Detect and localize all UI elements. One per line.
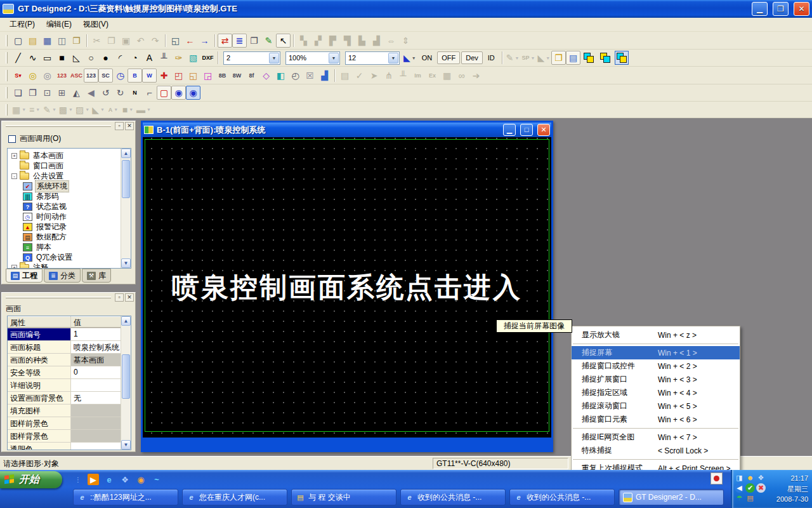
image-icon[interactable]: ▧ [186, 51, 200, 65]
panel-float-button[interactable]: ▫ [115, 293, 124, 302]
menu-capture-window[interactable]: 捕捉窗口或控件Win + < 2 > [572, 359, 740, 373]
select-cursor-icon[interactable]: ↖ [276, 34, 291, 48]
tree-scrollbar[interactable]: ▲ ▼ [121, 149, 131, 268]
ascii-input-icon[interactable]: SC [98, 69, 113, 83]
scroll-up-icon[interactable]: ▲ [121, 149, 131, 158]
property-row[interactable]: 设置画面背景色无 [8, 392, 121, 404]
tree-base-screens[interactable]: +基本画面 [10, 150, 131, 161]
panel-gripper[interactable] [6, 125, 111, 127]
property-row[interactable]: 画面标题喷泉控制系统 [8, 341, 121, 354]
property-row[interactable]: 详细说明 [8, 379, 121, 392]
alarm-flow-icon[interactable]: ◲ [200, 69, 215, 83]
panel-meter-icon[interactable]: ◴ [288, 69, 303, 83]
scroll-thumb[interactable] [122, 160, 130, 198]
library-list-icon[interactable]: ▤ [566, 51, 580, 65]
task-cqjobweb[interactable]: e您在重庆人才网(c... [182, 489, 287, 505]
task-kuku123[interactable]: e::酷酷123网址之... [73, 489, 178, 505]
editor-close-button[interactable]: ✕ [537, 124, 550, 136]
sector-icon[interactable]: ◔ [128, 51, 142, 65]
scroll-thumb[interactable] [122, 354, 130, 399]
chevron-down-icon[interactable]: ▼ [412, 56, 416, 60]
property-value[interactable] [71, 404, 121, 417]
property-value[interactable] [71, 443, 121, 450]
property-row[interactable]: 画面的种类基本画面 [8, 354, 121, 366]
polygon-icon[interactable]: ◺ [69, 51, 84, 65]
tree-comment[interactable]: +注释 [10, 262, 131, 269]
restore-button[interactable]: ❐ [773, 2, 789, 16]
graph-icon[interactable]: ☒ [303, 69, 317, 83]
menu-edit[interactable]: 编辑(E) [41, 18, 77, 31]
scroll-down-icon[interactable]: ▼ [121, 440, 131, 450]
capture-app-tray-icon[interactable] [710, 472, 723, 485]
comment-bit-icon[interactable]: B [128, 69, 142, 83]
snap-corner-icon[interactable]: ⌐ [142, 86, 157, 100]
previous-screen-icon[interactable]: ← [183, 34, 197, 48]
quicklaunch-antivirus-icon[interactable]: ◉ [135, 474, 147, 485]
toolbar-gripper[interactable] [6, 52, 8, 64]
property-row[interactable]: 填充图样 [8, 404, 121, 417]
tree-expander-icon[interactable]: - [11, 173, 17, 179]
rotate-left-icon[interactable]: ↺ [98, 86, 113, 100]
figure-pen-icon[interactable]: ✎ [261, 34, 276, 48]
task-public-msg-2[interactable]: e收到的公共消息 -... [509, 489, 615, 505]
property-value[interactable]: 无 [71, 392, 121, 404]
close-button[interactable]: ✕ [794, 2, 809, 16]
menu-capture-region[interactable]: 捕捉指定区域Win + < 4 > [572, 386, 740, 399]
both-layer-icon[interactable] [615, 51, 629, 65]
property-value[interactable] [71, 417, 121, 429]
tree-data-recipe[interactable]: ▤数据配方 [10, 232, 131, 242]
save-icon[interactable]: ▦ [40, 34, 55, 48]
data-view-icon[interactable]: ≣ [232, 34, 247, 48]
property-value[interactable]: 基本画面 [71, 354, 121, 366]
tray-collapse-icon[interactable]: ◀ [735, 483, 744, 493]
screen-call-checkbox[interactable] [8, 135, 16, 143]
next-screen-icon[interactable]: → [197, 34, 212, 48]
property-row[interactable]: 图样背景色 [8, 430, 121, 443]
screen-preview-icon[interactable]: ◱ [168, 34, 183, 48]
touch-key-icon[interactable]: ✚ [157, 69, 171, 83]
rotate-right-icon[interactable]: ↻ [113, 86, 128, 100]
layer-view-icon[interactable]: ❐ [247, 34, 261, 48]
line-width-combo[interactable]: 2▼ [223, 51, 280, 65]
scroll-up-icon[interactable]: ▲ [121, 316, 131, 326]
editor-minimize-button[interactable]: ▁ [503, 124, 516, 136]
property-row[interactable]: 图样前景色 [8, 417, 121, 430]
tray-qq-icon[interactable]: ☻ [745, 473, 755, 483]
statistics-graph-icon[interactable]: ▟ [317, 69, 332, 83]
quicklaunch-messenger-icon[interactable]: ❖ [119, 474, 131, 485]
dxf-icon[interactable]: DXF [200, 51, 215, 65]
alarm-history-icon[interactable]: ◰ [171, 69, 186, 83]
scroll-down-icon[interactable]: ▼ [121, 258, 131, 268]
alarm-list-icon[interactable]: ◱ [186, 69, 200, 83]
property-row[interactable]: 安全等级0 [8, 366, 121, 379]
tree-expander-icon[interactable]: + [11, 153, 17, 159]
toolbar-gripper[interactable] [6, 104, 8, 116]
level-display-icon[interactable]: ◧ [273, 69, 288, 83]
parts-display-b-icon[interactable]: 8B [215, 69, 230, 83]
circle-icon[interactable]: ○ [84, 51, 98, 65]
menu-show-magnifier[interactable]: 显示放大镜Win + < z > [572, 328, 740, 342]
select-frame-icon[interactable]: ▢ [157, 86, 171, 100]
open-icon[interactable]: ▤ [25, 34, 40, 48]
ungroup-icon[interactable]: ⊞ [55, 86, 69, 100]
flip-horizontal-icon[interactable]: ◀ [84, 86, 98, 100]
tray-network-icon[interactable]: ❖ [756, 473, 766, 483]
line-edit-icon[interactable]: N [128, 86, 142, 100]
tree-alarm-record[interactable]: ▲报警记录 [10, 222, 131, 232]
tray-umbrella-icon[interactable]: ☂ [735, 493, 744, 503]
menu-project[interactable]: 工程(P) [4, 18, 41, 31]
tree-script[interactable]: ≡脚本 [10, 242, 131, 252]
tray-monitor-icon[interactable]: ◨ [735, 473, 744, 483]
parts-display-w-icon[interactable]: 8W [230, 69, 244, 83]
dev-button[interactable]: Dev [461, 51, 483, 64]
quicklaunch-media-player-icon[interactable]: ▶ [88, 474, 99, 485]
parts-display-f-icon[interactable]: 8f [244, 69, 259, 83]
new-icon[interactable]: ▢ [11, 34, 25, 48]
switch-menu-icon[interactable]: S▾ [11, 69, 25, 83]
filled-rect-icon[interactable]: ■ [55, 51, 69, 65]
menu-view[interactable]: 视图(V) [77, 18, 114, 31]
off-button[interactable]: OFF [437, 51, 460, 64]
line-icon[interactable]: ╱ [11, 51, 25, 65]
tray-firewall-icon[interactable]: ▤ [745, 493, 755, 503]
tray-network-off-icon[interactable]: ✖ [756, 483, 766, 493]
